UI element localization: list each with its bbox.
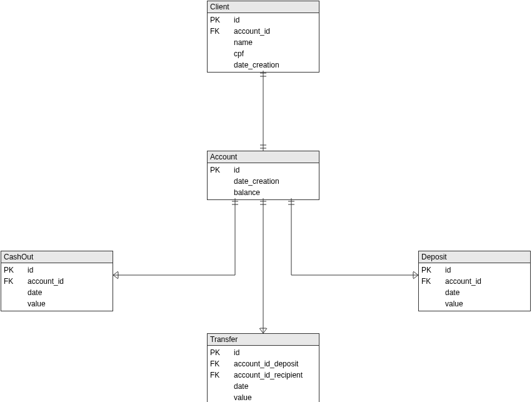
entity-account-row-2-name: balance (234, 187, 316, 198)
entity-cashout-body: PK id FK account_id date value (1, 263, 113, 311)
entity-transfer-row-3: date (210, 381, 316, 392)
entity-cashout-row-2-key (4, 287, 28, 298)
entity-transfer-row-0-key: PK (210, 347, 234, 358)
entity-transfer-row-1-key: FK (210, 358, 234, 369)
entity-account-row-2: balance (210, 187, 316, 198)
entity-cashout-row-2-name: date (28, 287, 110, 298)
entity-client-row-3-name: cpf (234, 48, 316, 59)
entity-transfer: Transfer PK id FK account_id_deposit FK … (207, 333, 319, 402)
svg-line-16 (259, 328, 263, 333)
entity-cashout-row-3-name: value (28, 298, 110, 309)
entity-transfer-row-0: PK id (210, 347, 316, 358)
entity-account-row-1-key (210, 176, 234, 187)
entity-transfer-row-0-name: id (234, 347, 316, 358)
entity-cashout-row-2: date (4, 287, 110, 298)
entity-cashout-title: CashOut (1, 251, 113, 263)
entity-transfer-row-4-name: value (234, 392, 316, 402)
entity-account-row-0-name: id (234, 164, 316, 176)
entity-deposit-row-3-name: value (445, 298, 528, 309)
entity-client-row-2-name: name (234, 37, 316, 48)
entity-client-row-1-key: FK (210, 26, 234, 37)
entity-deposit-row-3: value (421, 298, 528, 309)
svg-line-7 (113, 275, 118, 279)
entity-cashout-row-3-key (4, 298, 28, 309)
entity-transfer-row-1-name: account_id_deposit (234, 358, 316, 369)
entity-client-row-4: date_creation (210, 59, 316, 71)
entity-account-row-0-key: PK (210, 164, 234, 176)
entity-deposit-row-1-key: FK (421, 276, 445, 287)
entity-transfer-body: PK id FK account_id_deposit FK account_i… (208, 346, 319, 402)
entity-transfer-row-2: FK account_id_recipient (210, 369, 316, 381)
entity-client-row-1-name: account_id (234, 26, 316, 37)
entity-deposit-row-2-key (421, 287, 445, 298)
entity-deposit-row-1-name: account_id (445, 276, 528, 287)
entity-cashout-row-1-key: FK (4, 276, 28, 287)
entity-deposit: Deposit PK id FK account_id date value (418, 251, 531, 311)
entity-client-row-0: PK id (210, 14, 316, 26)
entity-deposit-row-2: date (421, 287, 528, 298)
entity-transfer-row-4: value (210, 392, 316, 402)
entity-account: Account PK id date_creation balance (207, 151, 319, 200)
entity-cashout-row-0-name: id (28, 264, 110, 276)
entity-account-title: Account (208, 151, 319, 163)
entity-account-row-1-name: date_creation (234, 176, 316, 187)
entity-deposit-row-1: FK account_id (421, 276, 528, 287)
entity-deposit-row-3-key (421, 298, 445, 309)
entity-transfer-row-4-key (210, 392, 234, 402)
entity-client-row-0-name: id (234, 14, 316, 26)
svg-line-17 (263, 328, 267, 333)
entity-client-row-4-key (210, 59, 234, 71)
entity-transfer-row-2-key: FK (210, 369, 234, 381)
entity-client-row-1: FK account_id (210, 26, 316, 37)
entity-cashout: CashOut PK id FK account_id date value (1, 251, 113, 311)
entity-client-title: Client (208, 1, 319, 13)
entity-cashout-row-3: value (4, 298, 110, 309)
entity-account-row-1: date_creation (210, 176, 316, 187)
entity-client-row-2-key (210, 37, 234, 48)
entity-client: Client PK id FK account_id name cpf date… (207, 1, 319, 73)
entity-transfer-row-2-name: account_id_recipient (234, 369, 316, 381)
entity-transfer-row-3-name: date (234, 381, 316, 392)
entity-cashout-row-1-name: account_id (28, 276, 110, 287)
svg-line-11 (413, 271, 418, 275)
svg-line-12 (413, 275, 418, 279)
svg-line-6 (113, 271, 118, 275)
entity-client-row-0-key: PK (210, 14, 234, 26)
entity-deposit-row-0: PK id (421, 264, 528, 276)
entity-client-row-4-name: date_creation (234, 59, 316, 71)
connector-account-cashout (113, 198, 235, 275)
entity-account-row-0: PK id (210, 164, 316, 176)
entity-client-body: PK id FK account_id name cpf date_creati… (208, 13, 319, 72)
entity-transfer-row-1: FK account_id_deposit (210, 358, 316, 369)
connector-account-deposit (291, 198, 418, 275)
entity-client-row-3: cpf (210, 48, 316, 59)
entity-client-row-2: name (210, 37, 316, 48)
entity-client-row-3-key (210, 48, 234, 59)
entity-deposit-title: Deposit (419, 251, 530, 263)
entity-deposit-row-0-name: id (445, 264, 528, 276)
entity-deposit-body: PK id FK account_id date value (419, 263, 530, 311)
entity-cashout-row-1: FK account_id (4, 276, 110, 287)
entity-account-body: PK id date_creation balance (208, 163, 319, 199)
entity-transfer-row-3-key (210, 381, 234, 392)
entity-cashout-row-0: PK id (4, 264, 110, 276)
entity-deposit-row-2-name: date (445, 287, 528, 298)
entity-account-row-2-key (210, 187, 234, 198)
entity-deposit-row-0-key: PK (421, 264, 445, 276)
entity-cashout-row-0-key: PK (4, 264, 28, 276)
entity-transfer-title: Transfer (208, 334, 319, 346)
